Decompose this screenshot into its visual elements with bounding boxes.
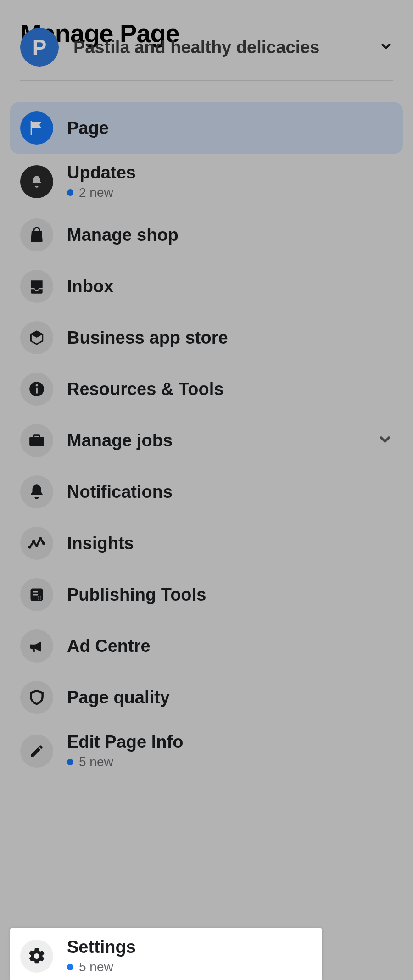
inbox-icon xyxy=(20,270,53,303)
sidebar-item-label: Inbox xyxy=(67,277,113,296)
sidebar-item-label: Page xyxy=(67,118,109,138)
sidebar-item-settings[interactable]: Settings 5 new xyxy=(10,928,322,980)
sidebar-item-insights[interactable]: Insights xyxy=(10,518,403,569)
sidebar-item-label: Business app store xyxy=(67,328,228,348)
sidebar-item-page[interactable]: Page xyxy=(10,102,403,154)
sidebar-item-updates[interactable]: Updates 2 new xyxy=(10,154,403,209)
bell-icon xyxy=(20,475,53,508)
insights-icon xyxy=(20,527,53,560)
svg-point-6 xyxy=(35,544,39,547)
svg-rect-0 xyxy=(31,121,32,135)
sidebar-item-notifications[interactable]: Notifications xyxy=(10,466,403,518)
publishing-icon xyxy=(20,578,53,611)
shopping-bag-icon xyxy=(20,218,53,251)
sidebar-item-label: Updates xyxy=(67,163,136,183)
sidebar-item-ad-centre[interactable]: Ad Centre xyxy=(10,620,403,672)
pencil-icon xyxy=(20,735,53,768)
page-avatar: P xyxy=(20,28,59,67)
svg-point-3 xyxy=(36,384,38,387)
info-icon xyxy=(20,373,53,406)
svg-rect-11 xyxy=(33,594,38,596)
sidebar-item-label: Page quality xyxy=(67,688,170,707)
chevron-down-icon xyxy=(377,432,393,449)
svg-point-8 xyxy=(42,542,45,545)
sidebar-item-inbox[interactable]: Inbox xyxy=(10,261,403,312)
sidebar-item-label: Manage shop xyxy=(67,225,179,245)
sidebar-item-label: Publishing Tools xyxy=(67,585,206,605)
page-selector[interactable]: P Pastila and healthy delicacies xyxy=(0,54,413,80)
svg-rect-2 xyxy=(36,388,37,394)
svg-rect-10 xyxy=(33,591,38,593)
sidebar-item-label: Ad Centre xyxy=(67,636,151,656)
sidebar-item-badge: 5 new xyxy=(67,755,183,769)
svg-point-7 xyxy=(39,537,42,540)
sidebar-item-page-quality[interactable]: Page quality xyxy=(10,672,403,723)
page-name: Pastila and healthy delicacies xyxy=(73,38,379,57)
flag-icon xyxy=(20,111,53,145)
sidebar-item-badge: 2 new xyxy=(67,185,136,200)
sidebar-item-badge: 5 new xyxy=(67,960,136,974)
svg-point-5 xyxy=(32,540,35,543)
sidebar-item-resources-tools[interactable]: Resources & Tools xyxy=(10,363,403,415)
bell-square-icon xyxy=(20,165,53,198)
sidebar-item-edit-page-info[interactable]: Edit Page Info 5 new xyxy=(10,723,403,779)
sidebar-item-label: Edit Page Info xyxy=(67,732,183,752)
svg-point-4 xyxy=(28,546,32,549)
sidebar-item-business-app-store[interactable]: Business app store xyxy=(10,312,403,363)
cube-icon xyxy=(20,321,53,354)
gear-icon xyxy=(20,940,53,973)
briefcase-icon xyxy=(20,424,53,457)
sidebar-item-label: Manage jobs xyxy=(67,431,173,451)
shield-icon xyxy=(20,681,53,714)
svg-rect-14 xyxy=(37,597,42,598)
sidebar-item-label: Notifications xyxy=(67,482,173,502)
sidebar-item-manage-shop[interactable]: Manage shop xyxy=(10,209,403,261)
sidebar-item-label: Insights xyxy=(67,534,134,553)
megaphone-icon xyxy=(20,629,53,663)
divider xyxy=(20,80,393,81)
sidebar-item-label: Resources & Tools xyxy=(67,379,223,399)
sidebar-item-label: Settings xyxy=(67,937,136,957)
chevron-down-icon xyxy=(379,39,393,55)
sidebar-item-publishing-tools[interactable]: Publishing Tools xyxy=(10,569,403,620)
sidebar-item-manage-jobs[interactable]: Manage jobs xyxy=(10,415,403,466)
